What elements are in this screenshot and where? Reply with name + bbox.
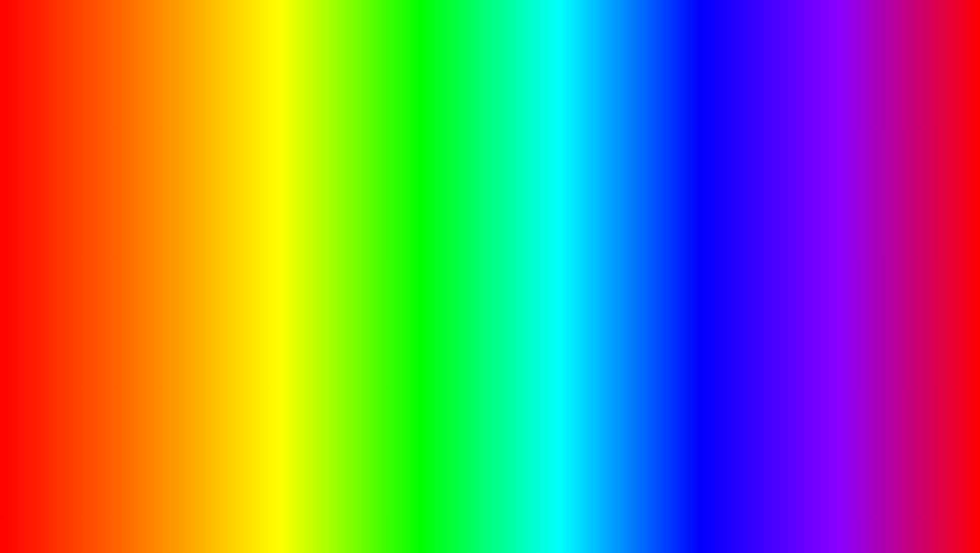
select-mobs-desc: mobs (or Boss) to auto farm bbox=[345, 306, 428, 312]
right-panel-logo: HOHO HUB bbox=[341, 190, 377, 198]
right-window-btn[interactable]: ⊡ bbox=[564, 190, 571, 197]
main-sidebar-server-id[interactable]: Server Id bbox=[211, 160, 271, 168]
background: BLOX FRUITS HOHO HUB © ▶Hop/Config ▼Main… bbox=[4, 4, 976, 549]
farm-option-gun: Farm Gun Mastery Auto farm gun mastery f… bbox=[345, 263, 577, 275]
sidebar-server-id[interactable]: Server Id bbox=[145, 241, 205, 249]
main-sidebar-farm-sea-2[interactable]: Farm Sea 2 bbox=[211, 224, 271, 232]
farm-fruit-toggle[interactable] bbox=[561, 283, 577, 291]
main-sidebar-farm-sea-1[interactable]: Farm Sea 1 bbox=[211, 217, 271, 224]
sidebar-shop[interactable]: Shop bbox=[145, 218, 205, 226]
farm-nearest-title: Auto Farm Nearest bbox=[345, 245, 403, 252]
sidebar-christmas-event[interactable]: Christmas Event bbox=[145, 191, 205, 198]
setting-label: Setting bbox=[219, 342, 235, 348]
main-nav-title-text: Wel... bbox=[273, 145, 285, 151]
farm-option-nearest: Auto Farm Nearest Auto nearest mob for y… bbox=[345, 245, 577, 258]
farm-option-nearest-header: Auto Farm Nearest Auto nearest mob for y… bbox=[345, 245, 577, 258]
bottom-pastebin: PASTEBIN bbox=[645, 478, 893, 534]
farm-option-fruit-header: Farm Fruit Mastery Auto farm fruit maste… bbox=[345, 281, 577, 293]
main-sidebar-mirage[interactable]: Mirage,discord stuff bbox=[211, 169, 271, 177]
farm-gun-title: Farm Gun Mastery bbox=[345, 263, 414, 270]
farm-fruit-toggle-knob bbox=[563, 285, 568, 290]
black-hole-graphic bbox=[221, 297, 262, 338]
main-sidebar-farm-sea-3[interactable]: Farm Sea 3 bbox=[211, 232, 271, 239]
right-info-icon[interactable]: ℹ bbox=[529, 191, 531, 197]
main-bell-icon[interactable]: 🔔 bbox=[372, 145, 379, 151]
bottom-script: SCRIPT bbox=[451, 478, 634, 534]
sidebar-setting[interactable]: ⚙ Setting bbox=[145, 279, 205, 288]
main-sidebar-config-farm[interactable]: Config Farm bbox=[211, 201, 271, 209]
farm-gun-desc: Auto farm gun mastery for you. bbox=[345, 270, 414, 275]
main-window-btn[interactable]: ⊡ bbox=[392, 144, 399, 151]
panel-left-logo: HOHO HUB bbox=[147, 146, 186, 154]
panel-right-body: Auto Farm Auto Farm Level Auto farm leve… bbox=[336, 202, 586, 330]
select-mobs-header: Select Mobs (or Boss): None mobs (or Bos… bbox=[345, 299, 577, 312]
main-user-icon[interactable]: 👤 bbox=[362, 145, 369, 151]
bottom-update: UPDATE bbox=[87, 478, 288, 534]
panel-left-logo-icon: © bbox=[188, 147, 193, 154]
select-mobs-title: Select Mobs (or Boss): None bbox=[345, 299, 428, 306]
farm-level-toggle-knob bbox=[570, 231, 576, 237]
main-info-icon[interactable]: ℹ bbox=[356, 145, 358, 151]
farm-fruit-desc: Auto farm fruit mastery for you. bbox=[345, 288, 414, 293]
main-sidebar-farm[interactable]: ▼ Farm bbox=[211, 186, 271, 194]
farm-level-toggle[interactable] bbox=[561, 230, 577, 238]
farm-nearest-desc: Auto nearest mob for you. bbox=[345, 252, 403, 258]
farm-level-desc: Auto farm level for you. bbox=[345, 234, 397, 240]
bottom-xmas: XMAS bbox=[298, 478, 441, 534]
main-panel-logo: HOHO HUB bbox=[213, 144, 249, 152]
farm-nearest-toggle[interactable] bbox=[561, 248, 577, 256]
right-bell-icon[interactable]: 🔔 bbox=[544, 191, 551, 197]
sidebar-farm[interactable]: ▶Farm bbox=[145, 258, 205, 266]
farm-option-level: Auto Farm Level Auto farm level for you. bbox=[345, 227, 577, 240]
farm-gun-toggle-knob bbox=[563, 267, 568, 272]
right-user-icon[interactable]: 👤 bbox=[534, 191, 541, 197]
bottom-text-container: UPDATE XMAS SCRIPT PASTEBIN bbox=[4, 478, 976, 534]
sidebar-hop-config[interactable]: ▶Hop/Config bbox=[145, 165, 205, 173]
setting-gear-icon: ⚙ bbox=[212, 342, 217, 349]
sidebar-esp[interactable]: Esp bbox=[145, 226, 205, 233]
main-panel-logo-icon: © bbox=[252, 145, 256, 151]
sidebar-raid[interactable]: ▶Raid bbox=[145, 268, 205, 276]
main-back-arrow[interactable]: ‹ bbox=[264, 144, 267, 152]
title-container: BLOX FRUITS bbox=[4, 14, 976, 106]
panel-left-sidebar: ▶Hop/Config ▼Main Misc Christmas Event C… bbox=[142, 159, 208, 306]
farm-option-level-header: Auto Farm Level Auto farm level for you. bbox=[345, 227, 577, 240]
farm-option-fruit: Farm Fruit Mastery Auto farm fruit maste… bbox=[345, 281, 577, 293]
main-sidebar-config[interactable]: Config bbox=[211, 177, 271, 184]
add-mob-btn[interactable]: + bbox=[567, 301, 577, 311]
sidebar-main[interactable]: ▼Main bbox=[145, 175, 205, 183]
farm-fruit-title: Farm Fruit Mastery bbox=[345, 281, 414, 288]
refresh-mobs-btn[interactable]: Refresh Mobs (or Boss) bbox=[345, 317, 577, 323]
sidebar-troll[interactable]: Troll bbox=[145, 233, 205, 241]
panel-right: HOHO HUB © | ‹ Wel... ℹ 👤 🔔 🔖 ⊡ ✕ Auto F… bbox=[334, 184, 588, 341]
sidebar-misc[interactable]: Misc bbox=[145, 183, 205, 191]
panel-right-nav: HOHO HUB © | ‹ Wel... ℹ 👤 🔔 🔖 ⊡ ✕ bbox=[336, 186, 586, 202]
sidebar-devil-fruit[interactable]: Devil Fruit bbox=[145, 211, 205, 218]
main-title: BLOX FRUITS bbox=[166, 14, 814, 106]
sidebar-mirage[interactable]: Mirage,discord stuff bbox=[145, 249, 205, 256]
right-nav-title-text: Wel... bbox=[400, 191, 413, 197]
sidebar-celebration-event[interactable]: Celebration Event [ENDED] bbox=[145, 198, 205, 211]
right-panel-logo-icon: © bbox=[380, 191, 384, 197]
main-sidebar-auto-farm[interactable]: Auto Farm bbox=[211, 209, 271, 217]
select-mobs-section: Select Mobs (or Boss): None mobs (or Bos… bbox=[345, 299, 577, 312]
main-bookmark-btn[interactable]: 🔖 bbox=[382, 144, 389, 151]
farm-gun-toggle[interactable] bbox=[561, 265, 577, 273]
right-close-btn[interactable]: ✕ bbox=[574, 190, 581, 197]
right-back-arrow[interactable]: ‹ bbox=[391, 190, 394, 198]
right-bookmark-btn[interactable]: 🔖 bbox=[554, 190, 561, 197]
farm-level-title: Auto Farm Level bbox=[345, 227, 397, 234]
farm-nearest-toggle-knob bbox=[563, 249, 568, 255]
right-nav-title-bar: Wel... bbox=[397, 189, 526, 198]
main-sidebar-another-farm[interactable]: Another Farm... bbox=[211, 239, 271, 247]
main-nav-title-bar: Wel... bbox=[269, 143, 353, 152]
auto-farm-title: Auto Farm bbox=[345, 210, 577, 220]
farm-option-gun-header: Farm Gun Mastery Auto farm gun mastery f… bbox=[345, 263, 577, 275]
panel-main-sidebar: Server Id Mirage,discord stuff Config ▼ … bbox=[208, 156, 274, 349]
gear-icon: ⚙ bbox=[147, 280, 152, 287]
panel-main-nav: HOHO HUB © | ‹ Wel... ℹ 👤 🔔 🔖 ⊡ ✕ bbox=[208, 140, 414, 156]
main-close-btn[interactable]: ✕ bbox=[402, 144, 409, 151]
main-sidebar-points[interactable]: Points bbox=[211, 194, 271, 201]
